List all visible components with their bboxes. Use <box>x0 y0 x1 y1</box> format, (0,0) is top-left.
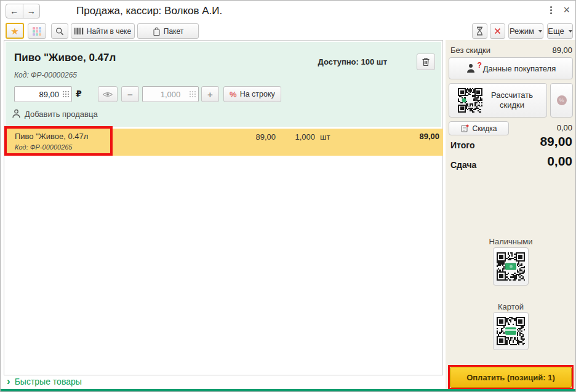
nav-history-group: ← → <box>6 4 40 18</box>
annotation-highlight-pay: Оплатить (позиций: 1) <box>448 365 574 390</box>
quick-goods-label: Быстрые товары <box>15 377 82 386</box>
mode-button[interactable]: Режим <box>508 23 543 39</box>
discount-button[interactable]: Скидка <box>449 121 509 135</box>
pending-operations-button[interactable] <box>472 23 487 39</box>
package-label: Пакет <box>164 27 183 36</box>
customer-data-button[interactable]: ? Данные покупателя <box>449 57 573 79</box>
discount-label: Скидка <box>473 124 497 133</box>
preview-button[interactable] <box>98 86 118 102</box>
favorites-button[interactable]: ★ <box>6 23 24 39</box>
pay-button[interactable]: Оплатить (позиций: 1) <box>450 367 572 388</box>
change-value: 0,00 <box>547 154 572 169</box>
no-discount-label: Без скидки <box>450 46 490 55</box>
back-button[interactable]: ← <box>6 4 23 18</box>
row-unit: шт <box>320 132 330 142</box>
title-bar: ← → Продажа, кассир: Волков А.И. × <box>1 1 575 20</box>
chevron-right-icon: › <box>7 377 10 386</box>
discount-badge-button[interactable]: % <box>550 83 573 118</box>
hourglass-icon <box>476 26 484 36</box>
pos-window: ← → Продажа, кассир: Волков А.И. × ★ Най… <box>0 0 576 392</box>
product-code: Код: ФР-00000265 <box>14 71 77 79</box>
quick-goods-grid-button[interactable] <box>28 23 46 39</box>
receipt-table-row[interactable]: Пиво "Живое, 0.47л Код: ФР-00000265 89,0… <box>5 129 443 156</box>
currency-symbol: ₽ <box>76 89 82 98</box>
receipt-area: Пиво "Живое, 0.47л Код: ФР-00000265 Дост… <box>4 40 443 375</box>
bottom-status-strip <box>1 389 575 392</box>
package-button[interactable]: Пакет <box>137 23 199 39</box>
banknote-icon <box>505 263 516 270</box>
more-label: Еще <box>548 26 564 36</box>
chevron-down-icon <box>538 30 542 33</box>
barcode-icon <box>74 28 84 34</box>
numpad-icon[interactable] <box>189 90 196 97</box>
change-label: Сдача <box>450 160 476 170</box>
line-discount-button[interactable]: % На строку <box>223 86 281 102</box>
toolbar: ★ Найти в чеке Пакет Режим Еще <box>1 21 575 40</box>
row-quantity: 1,000 <box>287 132 315 142</box>
search-icon <box>55 27 64 36</box>
credit-card-icon <box>505 327 516 335</box>
row-product-name: Пиво "Живое, 0.47л <box>15 132 88 141</box>
delete-row-button[interactable] <box>417 54 435 70</box>
percent-icon: % <box>230 90 237 99</box>
quick-goods-link[interactable]: › Быстрые товары <box>7 377 82 386</box>
green-dot-icon <box>462 98 466 103</box>
chevron-down-icon <box>569 30 572 33</box>
mode-label: Режим <box>510 26 534 36</box>
minus-icon: − <box>127 89 133 100</box>
row-product-code: Код: ФР-00000265 <box>15 143 72 151</box>
pay-card-qr-button[interactable] <box>493 312 529 350</box>
product-name: Пиво "Живое, 0.47л <box>14 52 116 64</box>
numpad-icon[interactable] <box>62 90 69 97</box>
person-outline-icon <box>12 109 21 119</box>
increase-quantity-button[interactable]: + <box>201 86 219 102</box>
red-cross-icon <box>494 28 501 34</box>
current-product-panel: Пиво "Живое, 0.47л Код: ФР-00000265 Дост… <box>6 42 441 127</box>
calc-discounts-label: Рассчитать скидки <box>486 90 538 111</box>
no-discount-value: 89,00 <box>552 46 572 55</box>
find-in-receipt-label: Найти в чеке <box>87 27 131 36</box>
row-price: 89,00 <box>226 132 276 142</box>
row-total: 89,00 <box>419 132 439 141</box>
discount-value: 0,00 <box>535 123 572 132</box>
discount-doc-icon <box>461 124 469 132</box>
pay-cash-qr-button[interactable] <box>493 247 529 286</box>
forward-arrow-icon: → <box>27 6 36 16</box>
close-icon[interactable]: × <box>563 3 570 17</box>
star-icon: ★ <box>10 26 18 36</box>
available-quantity: Доступно: 100 шт <box>318 57 387 66</box>
card-label: Картой <box>446 302 576 311</box>
total-value: 89,00 <box>540 134 572 149</box>
back-arrow-icon: ← <box>10 6 18 16</box>
person-icon: ? <box>466 63 478 73</box>
search-button[interactable] <box>51 23 68 39</box>
add-seller-label: Добавить продавца <box>25 110 98 119</box>
cash-label: Наличными <box>446 237 576 246</box>
trash-icon <box>422 57 430 66</box>
cancel-receipt-button[interactable] <box>490 23 505 39</box>
total-label: Итого <box>450 140 474 150</box>
customer-data-label: Данные покупателя <box>483 64 556 73</box>
kebab-menu-icon[interactable] <box>550 6 553 14</box>
forward-button[interactable]: → <box>23 4 40 18</box>
payment-panel: Без скидки 89,00 ? Данные покупателя Рас… <box>446 40 576 389</box>
page-title: Продажа, кассир: Волков А.И. <box>76 5 222 17</box>
calc-discounts-button[interactable]: Рассчитать скидки <box>449 83 547 118</box>
pay-button-label: Оплатить (позиций: 1) <box>466 373 555 382</box>
more-button[interactable]: Еще <box>547 23 573 39</box>
decrease-quantity-button[interactable]: − <box>121 86 139 102</box>
line-discount-label: На строку <box>240 90 275 98</box>
bag-icon <box>153 27 161 36</box>
eye-icon <box>103 92 113 97</box>
percent-circle-icon: % <box>557 95 567 105</box>
grid-icon <box>33 27 41 36</box>
plus-icon: + <box>207 89 213 100</box>
find-in-receipt-button[interactable]: Найти в чеке <box>71 23 135 39</box>
question-badge: ? <box>477 61 481 70</box>
add-seller-link[interactable]: Добавить продавца <box>12 109 98 119</box>
